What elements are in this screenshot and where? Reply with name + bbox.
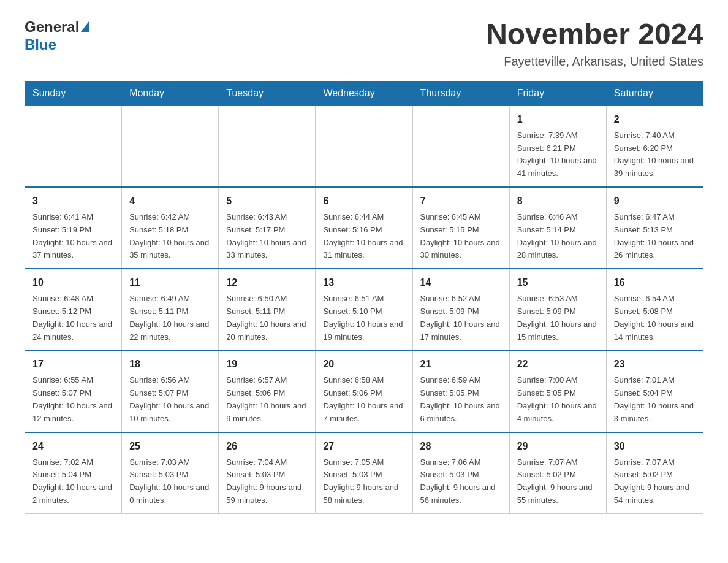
day-number: 30 — [614, 439, 696, 454]
calendar-cell: 15Sunrise: 6:53 AM Sunset: 5:09 PM Dayli… — [509, 269, 606, 350]
calendar-cell: 8Sunrise: 6:46 AM Sunset: 5:14 PM Daylig… — [509, 187, 606, 269]
calendar-cell: 28Sunrise: 7:06 AM Sunset: 5:03 PM Dayli… — [412, 432, 509, 514]
calendar-cell: 29Sunrise: 7:07 AM Sunset: 5:02 PM Dayli… — [509, 432, 606, 514]
calendar-cell: 24Sunrise: 7:02 AM Sunset: 5:04 PM Dayli… — [25, 432, 122, 514]
calendar-cell: 5Sunrise: 6:43 AM Sunset: 5:17 PM Daylig… — [219, 187, 316, 269]
calendar-cell — [122, 105, 219, 187]
day-number: 1 — [517, 112, 599, 127]
calendar-cell: 2Sunrise: 7:40 AM Sunset: 6:20 PM Daylig… — [606, 105, 703, 187]
day-number: 21 — [420, 357, 502, 372]
day-number: 27 — [323, 439, 404, 454]
day-number: 26 — [226, 439, 308, 454]
day-number: 17 — [32, 357, 114, 372]
day-info: Sunrise: 7:07 AM Sunset: 5:02 PM Dayligh… — [517, 456, 599, 507]
calendar-cell: 9Sunrise: 6:47 AM Sunset: 5:13 PM Daylig… — [606, 187, 703, 269]
calendar-cell: 23Sunrise: 7:01 AM Sunset: 5:04 PM Dayli… — [606, 350, 703, 432]
day-info: Sunrise: 6:55 AM Sunset: 5:07 PM Dayligh… — [32, 374, 114, 425]
day-info: Sunrise: 7:00 AM Sunset: 5:05 PM Dayligh… — [517, 374, 599, 425]
day-number: 8 — [517, 194, 599, 209]
day-info: Sunrise: 6:51 AM Sunset: 5:10 PM Dayligh… — [323, 293, 404, 343]
day-info: Sunrise: 7:39 AM Sunset: 6:21 PM Dayligh… — [517, 129, 599, 180]
day-number: 23 — [614, 357, 696, 372]
day-info: Sunrise: 6:53 AM Sunset: 5:09 PM Dayligh… — [517, 293, 599, 343]
day-info: Sunrise: 6:56 AM Sunset: 5:07 PM Dayligh… — [129, 374, 211, 425]
day-number: 11 — [129, 275, 211, 290]
calendar-cell: 22Sunrise: 7:00 AM Sunset: 5:05 PM Dayli… — [509, 350, 606, 432]
calendar-cell: 20Sunrise: 6:58 AM Sunset: 5:06 PM Dayli… — [316, 350, 412, 432]
day-info: Sunrise: 6:52 AM Sunset: 5:09 PM Dayligh… — [420, 293, 502, 343]
day-info: Sunrise: 6:57 AM Sunset: 5:06 PM Dayligh… — [226, 374, 308, 425]
day-info: Sunrise: 7:40 AM Sunset: 6:20 PM Dayligh… — [614, 129, 696, 180]
day-info: Sunrise: 7:03 AM Sunset: 5:03 PM Dayligh… — [129, 456, 211, 507]
calendar-cell — [219, 105, 316, 187]
day-number: 7 — [420, 194, 502, 209]
calendar-cell — [316, 105, 412, 187]
column-header-wednesday: Wednesday — [316, 81, 412, 105]
column-header-friday: Friday — [509, 81, 606, 105]
logo-blue-text: Blue — [25, 36, 89, 54]
calendar-cell: 19Sunrise: 6:57 AM Sunset: 5:06 PM Dayli… — [219, 350, 316, 432]
calendar-table: SundayMondayTuesdayWednesdayThursdayFrid… — [25, 81, 703, 514]
day-info: Sunrise: 6:49 AM Sunset: 5:11 PM Dayligh… — [129, 293, 211, 343]
calendar-cell: 21Sunrise: 6:59 AM Sunset: 5:05 PM Dayli… — [412, 350, 509, 432]
day-number: 28 — [420, 439, 502, 454]
day-info: Sunrise: 7:02 AM Sunset: 5:04 PM Dayligh… — [32, 456, 114, 507]
day-info: Sunrise: 6:43 AM Sunset: 5:17 PM Dayligh… — [226, 211, 308, 262]
day-info: Sunrise: 6:46 AM Sunset: 5:14 PM Dayligh… — [517, 211, 599, 262]
day-number: 3 — [32, 194, 114, 209]
day-info: Sunrise: 6:48 AM Sunset: 5:12 PM Dayligh… — [32, 293, 114, 343]
calendar-cell: 6Sunrise: 6:44 AM Sunset: 5:16 PM Daylig… — [316, 187, 412, 269]
day-info: Sunrise: 7:07 AM Sunset: 5:02 PM Dayligh… — [614, 456, 696, 507]
calendar-cell: 4Sunrise: 6:42 AM Sunset: 5:18 PM Daylig… — [122, 187, 219, 269]
day-info: Sunrise: 6:41 AM Sunset: 5:19 PM Dayligh… — [32, 211, 114, 262]
day-number: 25 — [129, 439, 211, 454]
day-info: Sunrise: 7:04 AM Sunset: 5:03 PM Dayligh… — [226, 456, 308, 507]
calendar-cell: 17Sunrise: 6:55 AM Sunset: 5:07 PM Dayli… — [25, 350, 122, 432]
calendar-subtitle: Fayetteville, Arkansas, United States — [486, 55, 703, 69]
day-number: 29 — [517, 439, 599, 454]
day-number: 15 — [517, 275, 599, 290]
day-info: Sunrise: 6:59 AM Sunset: 5:05 PM Dayligh… — [420, 374, 502, 425]
day-number: 12 — [226, 275, 308, 290]
calendar-cell — [412, 105, 509, 187]
calendar-cell: 30Sunrise: 7:07 AM Sunset: 5:02 PM Dayli… — [606, 432, 703, 514]
calendar-cell: 25Sunrise: 7:03 AM Sunset: 5:03 PM Dayli… — [122, 432, 219, 514]
calendar-cell — [25, 105, 122, 187]
day-info: Sunrise: 6:58 AM Sunset: 5:06 PM Dayligh… — [323, 374, 404, 425]
day-info: Sunrise: 6:54 AM Sunset: 5:08 PM Dayligh… — [614, 293, 696, 343]
calendar-cell: 26Sunrise: 7:04 AM Sunset: 5:03 PM Dayli… — [219, 432, 316, 514]
column-header-tuesday: Tuesday — [219, 81, 316, 105]
day-number: 2 — [614, 112, 696, 127]
day-number: 5 — [226, 194, 308, 209]
day-number: 4 — [129, 194, 211, 209]
day-number: 24 — [32, 439, 114, 454]
day-number: 22 — [517, 357, 599, 372]
week-row-5: 24Sunrise: 7:02 AM Sunset: 5:04 PM Dayli… — [25, 432, 703, 514]
column-header-saturday: Saturday — [606, 81, 703, 105]
calendar-cell: 14Sunrise: 6:52 AM Sunset: 5:09 PM Dayli… — [412, 269, 509, 350]
day-number: 10 — [32, 275, 114, 290]
calendar-cell: 18Sunrise: 6:56 AM Sunset: 5:07 PM Dayli… — [122, 350, 219, 432]
calendar-cell: 11Sunrise: 6:49 AM Sunset: 5:11 PM Dayli… — [122, 269, 219, 350]
calendar-cell: 27Sunrise: 7:05 AM Sunset: 5:03 PM Dayli… — [316, 432, 412, 514]
calendar-cell: 12Sunrise: 6:50 AM Sunset: 5:11 PM Dayli… — [219, 269, 316, 350]
day-number: 9 — [614, 194, 696, 209]
day-info: Sunrise: 6:42 AM Sunset: 5:18 PM Dayligh… — [129, 211, 211, 262]
calendar-cell: 1Sunrise: 7:39 AM Sunset: 6:21 PM Daylig… — [509, 105, 606, 187]
day-info: Sunrise: 7:01 AM Sunset: 5:04 PM Dayligh… — [614, 374, 696, 425]
calendar-main-title: November 2024 — [486, 18, 703, 51]
day-number: 16 — [614, 275, 696, 290]
column-header-sunday: Sunday — [25, 81, 122, 105]
calendar-cell: 10Sunrise: 6:48 AM Sunset: 5:12 PM Dayli… — [25, 269, 122, 350]
calendar-title-area: November 2024 Fayetteville, Arkansas, Un… — [486, 18, 703, 69]
calendar-cell: 13Sunrise: 6:51 AM Sunset: 5:10 PM Dayli… — [316, 269, 412, 350]
calendar-cell: 3Sunrise: 6:41 AM Sunset: 5:19 PM Daylig… — [25, 187, 122, 269]
day-info: Sunrise: 7:06 AM Sunset: 5:03 PM Dayligh… — [420, 456, 502, 507]
column-header-monday: Monday — [122, 81, 219, 105]
week-row-1: 1Sunrise: 7:39 AM Sunset: 6:21 PM Daylig… — [25, 105, 703, 187]
week-row-4: 17Sunrise: 6:55 AM Sunset: 5:07 PM Dayli… — [25, 350, 703, 432]
week-row-2: 3Sunrise: 6:41 AM Sunset: 5:19 PM Daylig… — [25, 187, 703, 269]
logo-text: General Blue — [25, 18, 89, 54]
day-info: Sunrise: 6:45 AM Sunset: 5:15 PM Dayligh… — [420, 211, 502, 262]
day-number: 20 — [323, 357, 404, 372]
